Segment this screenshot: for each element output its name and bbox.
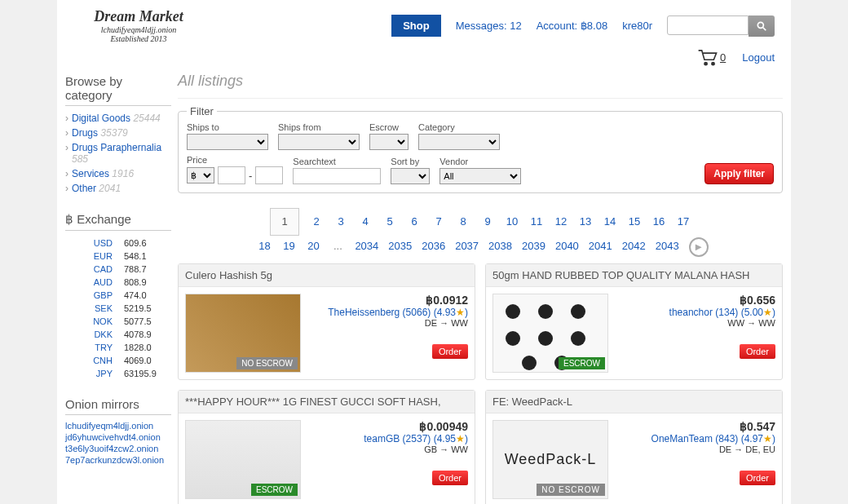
page-link[interactable]: 12 <box>554 211 568 232</box>
ships-to-select[interactable] <box>187 134 268 150</box>
page-link[interactable]: 2039 <box>522 236 545 257</box>
page-link[interactable]: 18 <box>257 236 272 257</box>
page-link[interactable]: 8 <box>456 211 470 232</box>
sidebar-category[interactable]: Drugs 35379 <box>65 126 171 140</box>
price-label: Price <box>187 155 283 165</box>
xchg-value: 5077.5 <box>119 316 170 327</box>
page-link[interactable]: 19 <box>281 236 296 257</box>
brand: Dream Market lchudifyeqm4ldjj.onion Esta… <box>73 8 204 43</box>
ships-from-select[interactable] <box>278 134 360 150</box>
page-link[interactable]: 15 <box>627 211 642 232</box>
messages-link[interactable]: Messages: 12 <box>456 20 522 32</box>
page-link[interactable]: 6 <box>407 211 422 232</box>
user-link[interactable]: kre80r <box>622 20 652 32</box>
vendor-label: Vendor <box>439 157 521 166</box>
page-link[interactable]: 11 <box>529 211 544 232</box>
shop-button[interactable]: Shop <box>391 15 441 37</box>
price-max-input[interactable] <box>255 166 283 184</box>
page-link[interactable]: 2036 <box>422 236 445 257</box>
sidebar-category[interactable]: Other 2041 <box>65 181 171 196</box>
vendor-link[interactable]: theanchor (134) (5.00★) <box>669 307 775 318</box>
category-link[interactable]: Other <box>72 183 96 194</box>
mirror-link[interactable]: 7ep7acrkunzdcw3l.onion <box>65 454 171 466</box>
category-link[interactable]: Drugs Paraphernalia <box>72 142 161 153</box>
page-link[interactable]: 16 <box>651 211 666 232</box>
page-link[interactable]: 4 <box>358 211 373 232</box>
category-link[interactable]: Drugs <box>72 127 98 139</box>
page-link[interactable]: 9 <box>480 211 495 232</box>
vendor-link[interactable]: teamGB (2537) (4.95★) <box>364 433 468 444</box>
listing-title[interactable]: Culero Hashish 5g <box>179 264 475 287</box>
vendor-link[interactable]: TheHeissenberg (5066) (4.93★) <box>328 307 468 318</box>
order-button[interactable]: Order <box>432 471 468 485</box>
listing-thumb[interactable]: ESCROW <box>492 294 608 373</box>
search-button[interactable] <box>749 15 775 37</box>
listing-thumb[interactable]: WeedPack-LNO ESCROW <box>492 420 608 499</box>
listing-ship: DE → WW <box>307 318 468 328</box>
listing-title[interactable]: ***HAPPY HOUR*** 1G FINEST GUCCI SOFT HA… <box>179 391 475 413</box>
xchg-value: 474.0 <box>119 290 170 301</box>
category-select[interactable] <box>418 134 500 150</box>
page-link[interactable]: 13 <box>578 211 593 232</box>
listing-title[interactable]: 50gm HAND RUBBED TOP QUALITY MALANA HASH <box>486 264 782 287</box>
escrow-badge: ESCROW <box>559 357 605 369</box>
next-page-button[interactable]: ► <box>689 237 709 257</box>
cart-button[interactable]: 0 <box>697 48 726 66</box>
mirror-link[interactable]: t3e6ly3uoif4zcw2.onion <box>65 443 171 454</box>
page-link[interactable]: 10 <box>505 211 519 232</box>
search-input[interactable] <box>667 15 749 35</box>
page-link[interactable]: 2034 <box>355 236 378 257</box>
logout-link[interactable]: Logout <box>742 51 775 64</box>
page-link[interactable]: 5 <box>382 211 397 232</box>
listing-thumb[interactable]: NO ESCROW <box>185 294 301 373</box>
sortby-select[interactable] <box>391 168 430 184</box>
page-link[interactable]: 2040 <box>555 236 579 257</box>
page-link[interactable]: 2038 <box>488 236 512 257</box>
category-link[interactable]: Services <box>72 168 109 179</box>
xchg-value: 4078.9 <box>119 329 170 340</box>
escrow-select[interactable] <box>369 134 409 150</box>
order-button[interactable]: Order <box>740 344 775 359</box>
price-min-input[interactable] <box>218 166 245 184</box>
star-icon: ★ <box>763 433 772 444</box>
listing-title[interactable]: FE: WeedPack-L <box>486 391 782 413</box>
page-link[interactable]: 2037 <box>455 236 479 257</box>
search-icon <box>756 20 767 32</box>
category-link[interactable]: Digital Goods <box>72 113 130 124</box>
page-link[interactable]: 20 <box>306 236 320 257</box>
mirror-link[interactable]: lchudifyeqm4ldjj.onion <box>65 420 171 431</box>
order-button[interactable]: Order <box>740 471 775 485</box>
sidebar-category[interactable]: Drugs Paraphernalia 585 <box>65 140 171 166</box>
listing-price: ฿0.656 <box>615 294 775 307</box>
ships-from-label: Ships from <box>278 122 360 132</box>
xchg-currency: USD <box>67 237 117 249</box>
page-link[interactable]: 2043 <box>656 236 679 257</box>
sidebar-category[interactable]: Services 1916 <box>65 166 171 181</box>
xchg-value: 609.6 <box>119 237 170 249</box>
page-link[interactable]: 17 <box>676 211 691 232</box>
page-link[interactable]: 7 <box>431 211 446 232</box>
page-link[interactable]: 2042 <box>622 236 646 257</box>
star-icon: ★ <box>763 307 772 318</box>
xchg-currency: GBP <box>67 290 117 301</box>
page-link[interactable]: 14 <box>603 211 617 232</box>
listing-thumb[interactable]: ESCROW <box>185 420 301 499</box>
page-link: ... <box>330 236 345 257</box>
account-link[interactable]: Account: ฿8.08 <box>537 20 608 32</box>
pager: 1234567891011121314151617 181920...20342… <box>178 201 783 263</box>
price-currency-select[interactable]: ฿ <box>187 167 214 183</box>
vendor-link[interactable]: OneManTeam (843) (4.97★) <box>651 433 775 444</box>
mirror-link[interactable]: jd6yhuwcivehvdt4.onion <box>65 431 171 443</box>
order-button[interactable]: Order <box>432 344 468 359</box>
sidebar-category[interactable]: Digital Goods 25444 <box>65 111 171 126</box>
vendor-select[interactable]: All <box>439 168 521 184</box>
listing-price: ฿0.0912 <box>307 294 468 307</box>
page-link[interactable]: 2035 <box>388 236 412 257</box>
xchg-currency: TRY <box>67 342 117 353</box>
page-link[interactable]: 2 <box>309 211 324 232</box>
page-link[interactable]: 2041 <box>589 236 612 257</box>
sortby-label: Sort by <box>391 157 430 166</box>
page-link[interactable]: 3 <box>333 211 348 232</box>
searchtext-input[interactable] <box>293 168 381 184</box>
apply-filter-button[interactable]: Apply filter <box>704 163 774 184</box>
